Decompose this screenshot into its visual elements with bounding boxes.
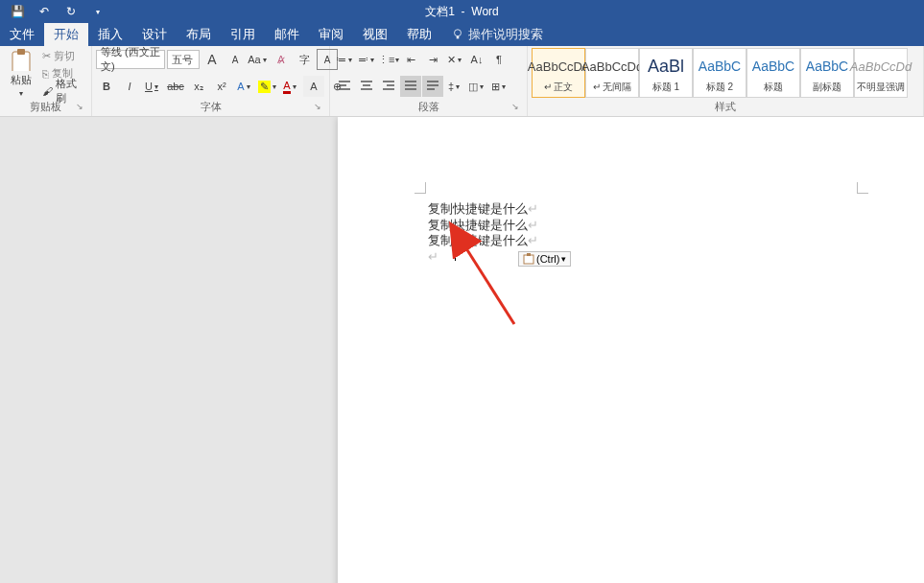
distribute-button[interactable] xyxy=(422,76,443,97)
undo-button[interactable]: ↶ xyxy=(35,2,54,21)
font-launcher[interactable]: ↘ xyxy=(312,101,323,112)
style-title[interactable]: AaBbC 标题 xyxy=(746,48,800,98)
window-title: 文档1 - Word xyxy=(425,4,498,20)
tell-me-search[interactable]: 操作说明搜索 xyxy=(441,23,553,46)
tab-view[interactable]: 视图 xyxy=(353,23,397,46)
tab-references[interactable]: 引用 xyxy=(221,23,265,46)
copy-icon: ⎘ xyxy=(42,68,49,80)
ribbon: 粘贴 ▾ ✂ 剪切 ⎘ 复制 🖌 格式刷 剪贴板 ↘ xyxy=(0,46,924,117)
font-color-button[interactable]: A▾ xyxy=(280,76,301,97)
margin-corner-tl xyxy=(415,182,426,194)
italic-button[interactable]: I xyxy=(119,76,140,97)
title-bar: 💾 ↶ ↻ ▾ 文档1 - Word xyxy=(0,0,924,23)
group-label-font: 字体 xyxy=(201,100,222,114)
svg-rect-1 xyxy=(457,36,460,39)
clipboard-launcher[interactable]: ↘ xyxy=(74,101,85,112)
tab-home[interactable]: 开始 xyxy=(44,23,88,46)
tab-design[interactable]: 设计 xyxy=(132,23,177,46)
tab-mailings[interactable]: 邮件 xyxy=(265,23,309,46)
format-painter-button[interactable]: 🖌 格式刷 xyxy=(40,82,87,99)
brush-icon: 🖌 xyxy=(42,85,53,97)
numbering-button[interactable]: ≕▾ xyxy=(356,49,377,70)
superscript-button[interactable]: x² xyxy=(211,76,232,97)
asian-layout-button[interactable]: ✕▾ xyxy=(444,49,465,70)
style-subtle-emphasis[interactable]: AaBbCcDd 不明显强调 xyxy=(854,48,908,98)
quick-access-toolbar: 💾 ↶ ↻ ▾ xyxy=(0,2,107,21)
paste-button[interactable]: 粘贴 ▾ xyxy=(4,48,38,98)
borders-button[interactable]: ⊞▾ xyxy=(488,76,509,97)
group-styles: AaBbCcDd ↵ 正文 AaBbCcDd ↵ 无间隔 AaBl 标题 1 A… xyxy=(528,46,924,116)
scissors-icon: ✂ xyxy=(42,50,51,62)
highlight-button[interactable]: ✎▾ xyxy=(257,76,278,97)
svg-line-6 xyxy=(464,245,514,324)
doc-name: 文档1 xyxy=(425,5,455,18)
style-heading2[interactable]: AaBbC 标题 2 xyxy=(693,48,746,98)
style-normal[interactable]: AaBbCcDd ↵ 正文 xyxy=(532,48,585,98)
subscript-button[interactable]: x₂ xyxy=(188,76,209,97)
text-effects-button[interactable]: A▾ xyxy=(234,76,255,97)
shading-button[interactable]: ◫▾ xyxy=(466,76,487,97)
group-paragraph: ≔▾ ≕▾ ⋮≡▾ ⇤ ⇥ ✕▾ A↓ ¶ ‡▾ ◫▾ ⊞▾ 段落 xyxy=(330,46,528,116)
tab-layout[interactable]: 布局 xyxy=(177,23,221,46)
group-label-paragraph: 段落 xyxy=(418,100,439,114)
change-case-button[interactable]: Aa▾ xyxy=(248,49,269,70)
style-gallery: AaBbCcDd ↵ 正文 AaBbCcDd ↵ 无间隔 AaBl 标题 1 A… xyxy=(532,48,908,98)
cut-button[interactable]: ✂ 剪切 xyxy=(40,48,87,64)
align-center-button[interactable] xyxy=(356,76,377,97)
redo-button[interactable]: ↻ xyxy=(61,2,81,21)
svg-rect-3 xyxy=(17,49,25,55)
style-heading1[interactable]: AaBl 标题 1 xyxy=(639,48,693,98)
group-label-clipboard: 剪贴板 xyxy=(30,100,61,114)
clipboard-icon xyxy=(10,48,33,71)
tab-file[interactable]: 文件 xyxy=(0,23,44,46)
sort-button[interactable]: A↓ xyxy=(466,49,487,70)
phonetic-guide-button[interactable]: 字 xyxy=(294,49,315,70)
decrease-indent-button[interactable]: ⇤ xyxy=(400,49,421,70)
clear-format-button[interactable]: A̷ xyxy=(271,49,292,70)
chevron-down-icon: ▾ xyxy=(561,254,566,264)
style-no-spacing[interactable]: AaBbCcDd ↵ 无间隔 xyxy=(585,48,639,98)
qat-menu[interactable]: ▾ xyxy=(88,2,107,21)
style-subtitle[interactable]: AaBbC 副标题 xyxy=(800,48,854,98)
svg-point-0 xyxy=(455,30,462,36)
text-line-2[interactable]: 复制快捷键是什么↵ xyxy=(428,218,538,234)
tab-help[interactable]: 帮助 xyxy=(397,23,441,46)
align-right-button[interactable] xyxy=(378,76,399,97)
tab-review[interactable]: 审阅 xyxy=(309,23,353,46)
group-label-styles: 样式 xyxy=(715,100,736,114)
show-marks-button[interactable]: ¶ xyxy=(488,49,509,70)
grow-font-button[interactable]: A xyxy=(201,49,223,70)
annotation-arrow xyxy=(453,232,530,332)
font-size-combo[interactable]: 五号 xyxy=(167,50,200,69)
document-workspace[interactable]: 复制快捷键是什么↵ 复制快捷键是什么↵ 复制快捷键是什么↵ ↵ (Ctrl) ▾ xyxy=(0,117,924,583)
ribbon-tabs: 文件 开始 插入 设计 布局 引用 邮件 审阅 视图 帮助 操作说明搜索 xyxy=(0,23,924,46)
line-spacing-button[interactable]: ‡▾ xyxy=(444,76,465,97)
justify-button[interactable] xyxy=(400,76,421,97)
page-1[interactable]: 复制快捷键是什么↵ 复制快捷键是什么↵ 复制快捷键是什么↵ ↵ (Ctrl) ▾ xyxy=(338,117,924,583)
strikethrough-button[interactable]: abc xyxy=(165,76,186,97)
bold-button[interactable]: B xyxy=(96,76,117,97)
char-shading-button[interactable]: A xyxy=(303,76,324,97)
align-left-button[interactable] xyxy=(334,76,355,97)
increase-indent-button[interactable]: ⇥ xyxy=(422,49,443,70)
tab-insert[interactable]: 插入 xyxy=(88,23,132,46)
group-clipboard: 粘贴 ▾ ✂ 剪切 ⎘ 复制 🖌 格式刷 剪贴板 ↘ xyxy=(0,46,92,116)
paragraph-launcher[interactable]: ↘ xyxy=(509,101,521,112)
text-line-1[interactable]: 复制快捷键是什么↵ xyxy=(428,201,538,218)
group-font: 等线 (西文正文) 五号 A A Aa▾ A̷ 字 A B I U▾ abc x… xyxy=(92,46,330,116)
bullets-button[interactable]: ≔▾ xyxy=(334,49,355,70)
app-name: Word xyxy=(471,5,498,18)
shrink-font-button[interactable]: A xyxy=(225,49,246,70)
lightbulb-icon xyxy=(451,28,464,41)
save-button[interactable]: 💾 xyxy=(8,2,27,21)
margin-corner-tr xyxy=(857,182,868,194)
multilevel-list-button[interactable]: ⋮≡▾ xyxy=(378,49,399,70)
font-family-combo[interactable]: 等线 (西文正文) xyxy=(96,50,165,69)
underline-button[interactable]: U▾ xyxy=(142,76,163,97)
